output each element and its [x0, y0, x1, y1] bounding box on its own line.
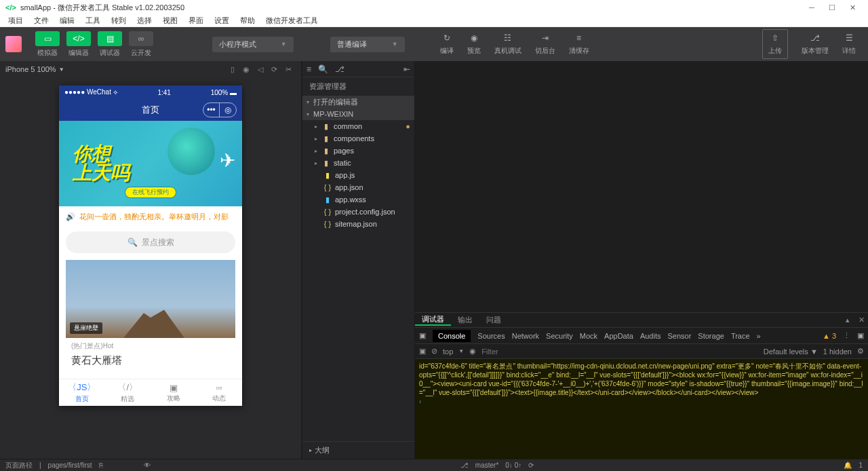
tab-network[interactable]: Network — [512, 332, 539, 340]
menu-edit[interactable]: 编辑 — [56, 16, 79, 26]
cloud-button[interactable]: ∞云开发 — [129, 31, 153, 58]
devtools-expand-icon[interactable]: ▴ — [841, 316, 854, 324]
record-icon[interactable]: ◉ — [243, 65, 250, 74]
tab-feed[interactable]: ▫▫动态 — [197, 379, 243, 406]
mute-icon[interactable]: ◁ — [258, 65, 263, 74]
devtab-problems[interactable]: 问题 — [479, 315, 508, 325]
tab-trace[interactable]: Trace — [731, 332, 750, 340]
git-branch-icon[interactable]: ⎇ — [460, 461, 469, 469]
compile-select[interactable]: 普通编译▼ — [330, 37, 405, 52]
file-app-json[interactable]: { }app.json — [302, 181, 414, 193]
filter-input[interactable] — [481, 347, 758, 356]
project-header[interactable]: ▾MP-WEIXIN — [302, 108, 414, 120]
path-label: 页面路径 — [5, 461, 33, 470]
menu-file[interactable]: 文件 — [30, 16, 53, 26]
live-icon[interactable]: ◉ — [469, 347, 476, 356]
capsule-menu[interactable]: ••• — [203, 103, 220, 117]
file-app-wxss[interactable]: ▮app.wxss — [302, 193, 414, 206]
simulator-button[interactable]: ▭模拟器 — [35, 31, 60, 58]
background-button[interactable]: ⇥切后台 — [535, 33, 555, 56]
tab-console[interactable]: Console — [433, 330, 471, 342]
console-settings-icon[interactable]: ⚙ — [857, 347, 864, 356]
devtab-output[interactable]: 输出 — [451, 315, 479, 325]
open-editors-header[interactable]: ▾打开的编辑器 — [302, 96, 414, 108]
sound-icon: 🔊 — [66, 212, 75, 221]
file-sitemap[interactable]: { }sitemap.json — [302, 218, 414, 230]
search-input[interactable]: 🔍景点搜索 — [66, 231, 235, 253]
console-inspect-icon[interactable]: ▣ — [419, 347, 426, 356]
file-app-js[interactable]: ▮app.js — [302, 169, 414, 181]
menu-goto[interactable]: 转到 — [107, 16, 130, 26]
banner-image[interactable]: 你想 上天吗 ✈ 在线飞行预约 — [59, 121, 242, 206]
upload-button[interactable]: ⇧上传 — [762, 29, 788, 59]
user-avatar[interactable] — [5, 36, 22, 52]
warning-badge[interactable]: ▲ 3 — [823, 332, 836, 340]
maximize-button[interactable]: ☐ — [822, 3, 842, 12]
levels-select[interactable]: Default levels ▼ — [764, 347, 818, 356]
folder-components[interactable]: ▸▮components — [302, 132, 414, 145]
editor-button[interactable]: </>编辑器 — [66, 31, 91, 58]
explorer-branch-icon[interactable]: ⎇ — [335, 64, 344, 74]
menu-select[interactable]: 选择 — [133, 16, 156, 26]
folder-static[interactable]: ▸▮static — [302, 157, 414, 169]
menu-settings[interactable]: 设置 — [210, 16, 233, 26]
tab-guide[interactable]: ▣攻略 — [151, 379, 197, 406]
explorer-menu-icon[interactable]: ≡ — [307, 64, 311, 74]
git-branch[interactable]: master* — [475, 461, 498, 469]
menu-view[interactable]: 视图 — [159, 16, 182, 26]
minimize-button[interactable]: ─ — [802, 3, 822, 12]
details-button[interactable]: ☰详情 — [842, 33, 856, 56]
copy-path-icon[interactable]: ⎘ — [99, 461, 103, 469]
menu-project[interactable]: 项目 — [4, 16, 27, 26]
console-clear-icon[interactable]: ⊘ — [431, 347, 437, 356]
menu-interface[interactable]: 界面 — [184, 16, 208, 26]
tab-storage[interactable]: Storage — [698, 332, 724, 340]
git-changes[interactable]: 0↓ 0↑ — [505, 461, 521, 469]
preview-button[interactable]: ◉预览 — [467, 33, 481, 56]
hidden-count[interactable]: 1 hidden — [823, 347, 852, 356]
device-select[interactable]: iPhone 5 100% — [5, 65, 56, 73]
devtools-dock-icon[interactable]: ▣ — [857, 331, 864, 340]
debugger-button[interactable]: ▤调试器 — [98, 31, 122, 58]
remote-debug-button[interactable]: ☷真机调试 — [494, 33, 521, 56]
explorer-search-icon[interactable]: 🔍 — [318, 64, 328, 74]
more-tabs-icon[interactable]: » — [757, 332, 761, 340]
device-icon[interactable]: ▯ — [231, 65, 235, 74]
explorer-panel: ≡ 🔍 ⎇ ⇤ 资源管理器 ▾打开的编辑器 ▾MP-WEIXIN ▸▮commo… — [302, 61, 415, 459]
eye-icon[interactable]: 👁 — [144, 461, 151, 469]
tab-audits[interactable]: Audits — [640, 332, 661, 340]
menu-tools[interactable]: 工具 — [81, 16, 104, 26]
close-button[interactable]: ✕ — [842, 3, 863, 12]
tab-security[interactable]: Security — [546, 332, 573, 340]
capsule-close[interactable]: ◎ — [220, 103, 236, 117]
console-output[interactable]: id="637c4fde-6" title="著名景点" thumbnail="… — [415, 359, 868, 459]
compile-button[interactable]: ↻编译 — [440, 33, 454, 56]
tab-sensor[interactable]: Sensor — [667, 332, 691, 340]
mode-select[interactable]: 小程序模式▼ — [212, 37, 294, 52]
sync-icon[interactable]: ⟳ — [528, 461, 534, 469]
outline-header[interactable]: ▸大纲 — [302, 441, 414, 459]
context-select[interactable]: top — [443, 347, 453, 356]
devtools-close-icon[interactable]: ✕ — [854, 316, 868, 324]
menu-devtools[interactable]: 微信开发者工具 — [262, 16, 322, 26]
tab-mock[interactable]: Mock — [580, 332, 597, 340]
inspect-icon[interactable]: ▣ — [419, 331, 426, 340]
page-path[interactable]: pages/first/first — [48, 461, 92, 469]
tab-home[interactable]: 〈JS〉首页 — [59, 379, 105, 406]
devtools-menu-icon[interactable]: ⋮ — [843, 331, 850, 340]
rotate-icon[interactable]: ⟳ — [271, 65, 277, 74]
clear-cache-button[interactable]: ≡清缓存 — [569, 33, 589, 56]
tab-featured[interactable]: 〈/〉精选 — [105, 379, 151, 406]
tab-sources[interactable]: Sources — [477, 332, 505, 340]
version-button[interactable]: ⎇版本管理 — [802, 33, 829, 56]
file-project-config[interactable]: { }project.config.json — [302, 206, 414, 218]
tab-appdata[interactable]: AppData — [604, 332, 633, 340]
scissor-icon[interactable]: ✂ — [285, 65, 292, 74]
folder-pages[interactable]: ▸▮pages — [302, 145, 414, 157]
menu-help[interactable]: 帮助 — [236, 16, 259, 26]
explorer-collapse-icon[interactable]: ⇤ — [403, 64, 410, 74]
bell-icon[interactable]: 🔔 — [844, 461, 852, 469]
devtab-debugger[interactable]: 调试器 — [415, 314, 451, 326]
folder-common[interactable]: ▸▮common● — [302, 120, 414, 132]
scenic-card[interactable]: 悬崖绝壁 (热门景点)Hot 黄石大雁塔 — [66, 260, 235, 379]
